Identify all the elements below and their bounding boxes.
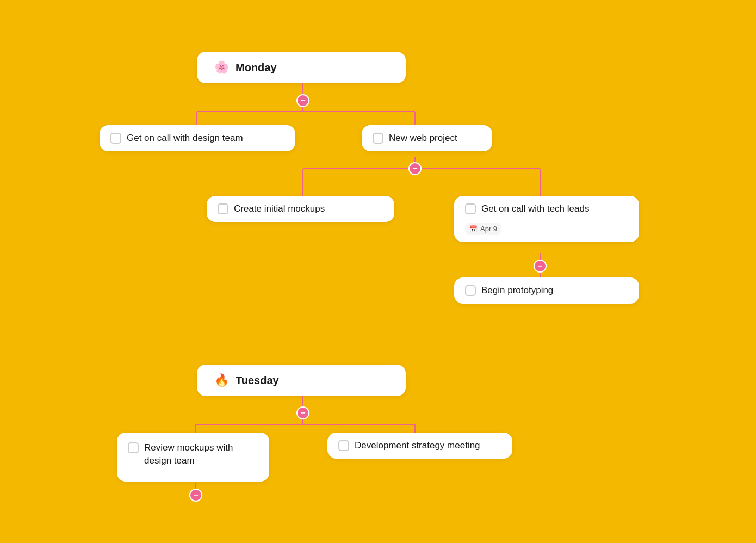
task4-date: Apr 9 bbox=[480, 225, 497, 233]
task2-collapse-btn[interactable]: − bbox=[408, 162, 422, 175]
task7-checkbox[interactable] bbox=[338, 440, 349, 451]
task6-node: Review mockups with design team bbox=[117, 433, 269, 482]
canvas: 🌸 Monday − Get on call with design team … bbox=[0, 22, 756, 543]
task7-label: Development strategy meeting bbox=[355, 440, 480, 451]
task1-label: Get on call with design team bbox=[127, 133, 243, 144]
task5-label: Begin prototyping bbox=[481, 285, 553, 296]
task3-checkbox[interactable] bbox=[218, 203, 228, 214]
task1-checkbox[interactable] bbox=[110, 133, 121, 144]
task4-checkbox[interactable] bbox=[465, 203, 476, 214]
tuesday-emoji: 🔥 bbox=[214, 373, 229, 387]
tuesday-collapse-btn[interactable]: − bbox=[296, 406, 309, 419]
tuesday-node: 🔥 Tuesday bbox=[197, 365, 406, 396]
task3-label: Create initial mockups bbox=[234, 203, 325, 214]
task2-label: New web project bbox=[389, 133, 457, 144]
task7-node: Development strategy meeting bbox=[327, 433, 512, 459]
task2-node: New web project bbox=[362, 125, 492, 151]
task4-date-badge: 📅 Apr 9 bbox=[465, 223, 501, 235]
task6-checkbox[interactable] bbox=[128, 442, 139, 453]
connector-lines bbox=[0, 22, 756, 543]
task6-collapse-btn[interactable]: − bbox=[189, 489, 202, 502]
task6-label: Review mockups with design team bbox=[144, 441, 258, 467]
task5-node: Begin prototyping bbox=[454, 277, 639, 304]
task5-checkbox[interactable] bbox=[465, 285, 476, 296]
task2-checkbox[interactable] bbox=[373, 133, 383, 144]
task4-collapse-btn[interactable]: − bbox=[534, 260, 547, 273]
task4-node: Get on call with tech leads 📅 Apr 9 bbox=[454, 196, 639, 242]
monday-node: 🌸 Monday bbox=[197, 52, 406, 83]
monday-collapse-btn[interactable]: − bbox=[296, 94, 309, 107]
monday-label: Monday bbox=[236, 61, 277, 74]
monday-emoji: 🌸 bbox=[214, 60, 229, 75]
task3-node: Create initial mockups bbox=[207, 196, 394, 222]
calendar-icon: 📅 bbox=[469, 225, 478, 233]
task1-node: Get on call with design team bbox=[100, 125, 295, 151]
task4-label: Get on call with tech leads bbox=[481, 203, 589, 214]
tuesday-label: Tuesday bbox=[236, 374, 279, 387]
